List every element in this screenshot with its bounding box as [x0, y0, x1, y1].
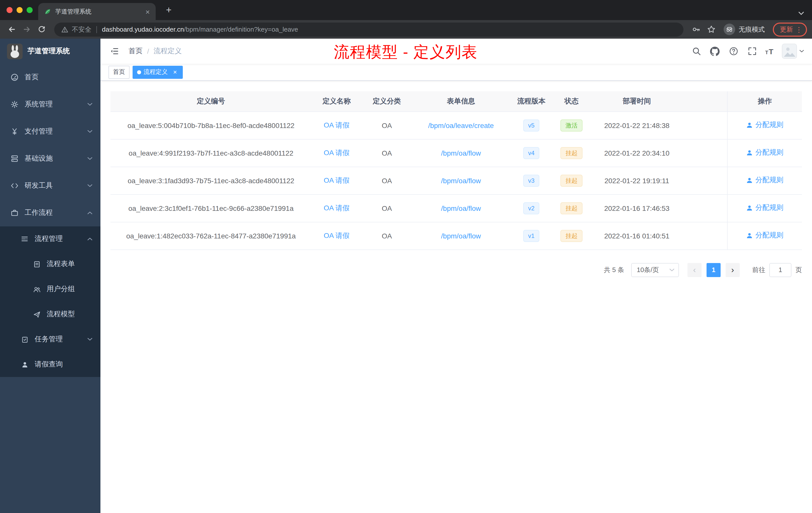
user-menu[interactable]	[782, 44, 804, 59]
password-key-icon[interactable]	[690, 23, 702, 36]
cell-definition-id: oa_leave:3:1fad3d93-7b75-11ec-a3c8-acde4…	[111, 167, 312, 194]
breadcrumb-current: 流程定义	[154, 47, 182, 56]
kebab-menu-icon[interactable]: ⋮	[795, 26, 803, 33]
screen: 芋道管理系统 × + 不安全 dashboard.yudao.iocoder.c…	[0, 0, 812, 513]
sidebar-item-label: 任务管理	[35, 335, 63, 344]
cell-category: OA	[362, 112, 412, 139]
definition-name-link[interactable]: OA 请假	[324, 176, 349, 184]
cell-filler	[684, 139, 728, 167]
window-close-button[interactable]	[6, 7, 12, 13]
tag-home[interactable]: 首页	[109, 65, 129, 79]
sidebar-item-process-model[interactable]: 流程模型	[0, 302, 100, 327]
sidebar-item-label: 基础设施	[25, 154, 53, 163]
bookmark-star-icon[interactable]	[704, 23, 718, 36]
definition-name-link[interactable]: OA 请假	[324, 148, 349, 156]
sidebar-fold-icon[interactable]	[109, 45, 120, 57]
sidebar-item-user-group[interactable]: 用户分组	[0, 277, 100, 302]
process-model-icon	[32, 310, 41, 318]
chevron-down-icon	[669, 268, 674, 271]
cell-definition-id: oa_leave:2:3c1f0ef1-76b1-11ec-9c66-a2380…	[111, 194, 312, 222]
prev-page-button[interactable]: ‹	[688, 263, 701, 277]
tag-close-icon[interactable]: ×	[172, 69, 178, 75]
page-content: 定义编号 定义名称 定义分类 表单信息 流程版本 状态 部署时间 操作	[100, 81, 812, 513]
chevron-down-icon	[87, 130, 92, 133]
logo-avatar	[7, 43, 23, 59]
cell-deploy-time: 2022-01-22 20:34:10	[590, 139, 683, 167]
new-tab-button[interactable]: +	[163, 4, 175, 16]
assign-rule-link[interactable]: 分配规则	[746, 176, 783, 185]
cell-definition-id: oa_leave:1:482ec033-762a-11ec-8477-a2380…	[111, 222, 312, 249]
assign-rule-link[interactable]: 分配规则	[746, 204, 783, 213]
status-tag: 挂起	[560, 230, 582, 242]
page-size-select[interactable]: 10条/页	[631, 263, 679, 277]
back-icon[interactable]	[5, 23, 18, 36]
status-tag: 激活	[560, 119, 582, 131]
search-icon[interactable]	[691, 46, 702, 57]
reload-icon[interactable]	[35, 23, 48, 36]
sidebar-item-devtools[interactable]: 研发工具	[0, 172, 100, 199]
caret-down-icon	[800, 50, 804, 53]
assign-rule-link[interactable]: 分配规则	[746, 121, 783, 130]
user-icon	[746, 205, 753, 211]
table-row: oa_leave:1:482ec033-762a-11ec-8477-a2380…	[111, 222, 802, 249]
help-icon[interactable]	[728, 46, 739, 57]
tab-title: 芋道管理系统	[55, 7, 140, 16]
definition-name-link[interactable]: OA 请假	[324, 204, 349, 212]
tags-view-bar: 首页 流程定义 ×	[100, 64, 812, 81]
app-title: 芋道管理系统	[28, 47, 70, 56]
chevron-up-icon	[87, 211, 92, 214]
github-icon[interactable]	[709, 46, 720, 57]
yen-icon	[10, 127, 19, 135]
tab-search-icon[interactable]	[799, 8, 804, 17]
cell-deploy-time: 2022-01-16 01:40:51	[590, 222, 683, 249]
definition-name-link[interactable]: OA 请假	[324, 231, 349, 239]
definition-name-link[interactable]: OA 请假	[324, 121, 349, 129]
column-header-deploy-time: 部署时间	[590, 91, 683, 112]
form-link[interactable]: /bpm/oa/flow	[441, 204, 481, 212]
sidebar-item-process-form[interactable]: 流程表单	[0, 251, 100, 277]
address-bar[interactable]: 不安全 dashboard.yudao.iocoder.cn/bpm/manag…	[54, 22, 684, 36]
column-header-version: 流程版本	[510, 91, 553, 112]
sidebar-item-payment[interactable]: 支付管理	[0, 118, 100, 145]
form-link[interactable]: /bpm/oa/flow	[441, 232, 481, 240]
goto-page-input[interactable]	[769, 263, 791, 277]
tag-process-definition[interactable]: 流程定义 ×	[133, 65, 183, 79]
window-zoom-button[interactable]	[27, 7, 33, 13]
breadcrumb-home[interactable]: 首页	[128, 47, 143, 56]
warning-icon	[61, 26, 68, 33]
next-page-button[interactable]: ›	[726, 263, 740, 277]
infrastructure-icon	[10, 155, 19, 163]
browser-update-button[interactable]: 更新 ⋮	[773, 22, 807, 36]
form-icon	[32, 260, 41, 268]
sidebar-item-home[interactable]: 首页	[0, 64, 100, 91]
sidebar-item-leave-query[interactable]: 请假查询	[0, 352, 100, 377]
sidebar-item-infrastructure[interactable]: 基础设施	[0, 145, 100, 172]
fullscreen-icon[interactable]	[747, 46, 757, 57]
tab-close-icon[interactable]: ×	[144, 7, 152, 16]
cell-filler	[684, 222, 728, 249]
page-number-1[interactable]: 1	[706, 263, 721, 277]
sidebar-item-system[interactable]: 系统管理	[0, 91, 100, 118]
process-manage-icon	[20, 235, 29, 243]
sidebar-item-workflow[interactable]: 工作流程	[0, 199, 100, 227]
assign-rule-link[interactable]: 分配规则	[746, 231, 783, 240]
window-minimize-button[interactable]	[17, 7, 23, 13]
form-link[interactable]: /bpm/oa/flow	[441, 176, 481, 184]
user-icon	[746, 233, 753, 239]
dashboard-icon	[10, 73, 19, 81]
font-size-icon[interactable]: TT	[765, 47, 773, 56]
sidebar-menu: 首页 系统管理 支付管理 基础设施	[0, 64, 100, 377]
cell-category: OA	[362, 194, 412, 222]
forward-icon[interactable]	[20, 23, 33, 36]
app-logo: 芋道管理系统	[0, 39, 100, 64]
sidebar-item-process-manage[interactable]: 流程管理	[0, 227, 100, 251]
version-tag: v4	[523, 147, 539, 159]
browser-tab[interactable]: 芋道管理系统 ×	[38, 3, 156, 20]
form-link[interactable]: /bpm/oa/leave/create	[428, 121, 494, 129]
sidebar-item-task-manage[interactable]: 任务管理	[0, 327, 100, 352]
page-size-value: 10条/页	[637, 265, 659, 274]
assign-rule-link[interactable]: 分配规则	[746, 148, 783, 157]
sidebar: 芋道管理系统 首页 系统管理 支付管理	[0, 39, 100, 513]
version-tag: v5	[523, 119, 539, 131]
form-link[interactable]: /bpm/oa/flow	[441, 149, 481, 157]
